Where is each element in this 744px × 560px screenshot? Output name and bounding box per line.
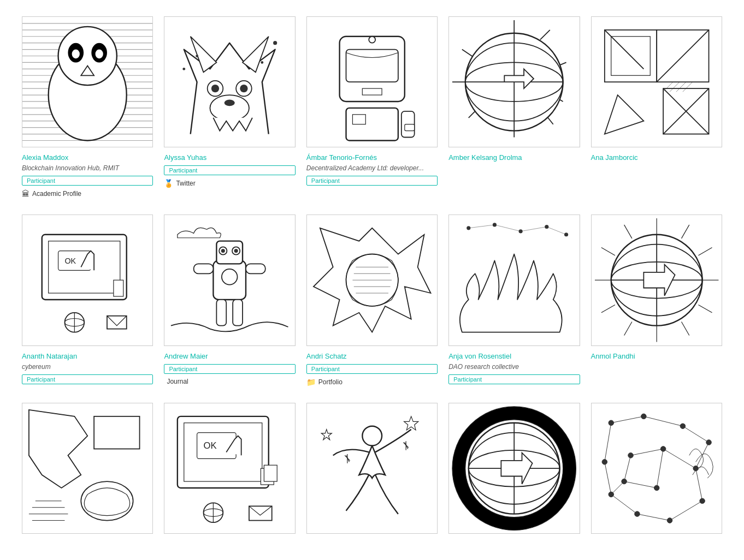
svg-rect-97 [194, 264, 214, 274]
svg-text:OK: OK [204, 440, 217, 451]
card-badge[interactable]: Participant [164, 364, 295, 374]
link-icon: 🏅 [164, 179, 173, 188]
card-badge[interactable]: Participant [22, 374, 153, 384]
card-ananth-natarajan: OK Ananth NatarajancybereumParticipant [22, 215, 153, 386]
card-name[interactable]: Alexia Maddox [22, 153, 153, 162]
svg-point-34 [210, 95, 250, 121]
svg-rect-156 [249, 506, 272, 520]
svg-point-180 [699, 498, 705, 504]
svg-point-21 [58, 27, 117, 85]
card-name[interactable]: Ananth Natarajan [22, 352, 153, 360]
card-image-anja-von-rosenstiel [448, 215, 580, 345]
card-name[interactable]: Andri Schatz [306, 352, 438, 360]
card-name[interactable]: Amber Kelsang Drolma [448, 153, 580, 162]
card-badge[interactable]: Participant [22, 176, 153, 186]
card-image-anmol-pandhi [591, 215, 722, 345]
card-ana-jamborcic: Ana Jamborcic [591, 16, 722, 198]
svg-rect-48 [405, 124, 415, 131]
card-link[interactable]: Journal [164, 378, 295, 385]
card-image-alexia-maddox [22, 16, 153, 147]
link-icon: 🏛 [22, 189, 29, 198]
svg-rect-88 [107, 316, 127, 329]
svg-rect-42 [346, 50, 398, 82]
card-andrew-maier: Andrew MaierParticipantJournal [164, 215, 295, 386]
card-anja-von-rosenstiel: Anja von RosenstielDAO research collecti… [448, 215, 580, 386]
card-image-ananth-natarajan: OK [22, 215, 153, 345]
svg-point-24 [72, 50, 80, 59]
svg-rect-47 [352, 115, 365, 124]
card-andri-schatz: Andri SchatzParticipant📁Portfolio [306, 215, 438, 386]
card-name[interactable]: Anmol Pandhi [591, 352, 722, 360]
card-card-11 [22, 403, 153, 537]
card-name[interactable]: Ámbar Tenorio-Fornés [306, 153, 438, 162]
card-name[interactable]: Alyssa Yuhas [164, 153, 295, 162]
card-alexia-maddox: Alexia MaddoxBlockchain Innovation Hub, … [22, 16, 153, 198]
svg-rect-99 [217, 300, 227, 326]
svg-point-35 [225, 99, 235, 106]
card-image-ambar-tenorio [306, 16, 438, 147]
card-image-ana-jamborcic [591, 16, 722, 147]
card-anmol-pandhi: Anmol Pandhi [591, 215, 722, 386]
card-link[interactable]: 🏛Academic Profile [22, 189, 153, 198]
svg-point-39 [183, 68, 186, 70]
svg-rect-44 [362, 88, 382, 95]
card-org: DAO research collective [448, 363, 580, 371]
svg-point-94 [221, 249, 225, 253]
card-badge[interactable]: Participant [306, 364, 438, 374]
svg-point-38 [273, 41, 277, 45]
card-card-13 [306, 403, 438, 537]
svg-point-25 [95, 50, 103, 59]
card-link[interactable]: 📁Portfolio [306, 378, 438, 386]
card-amber-kelsang: Amber Kelsang Drolma [448, 16, 580, 198]
svg-point-36 [196, 55, 199, 57]
svg-point-32 [211, 85, 219, 92]
card-image-card-13 [306, 403, 438, 534]
card-card-12: OK [164, 403, 295, 537]
card-link[interactable]: 🏅Twitter [164, 179, 295, 188]
svg-point-95 [234, 249, 238, 253]
svg-point-96 [222, 269, 238, 285]
card-image-amber-kelsang [448, 16, 580, 147]
svg-point-43 [369, 37, 375, 43]
svg-point-145 [81, 481, 133, 521]
card-image-alyssa-yuhas [164, 16, 295, 147]
card-name[interactable]: Anja von Rosenstiel [448, 352, 580, 360]
card-image-card-12: OK [164, 403, 295, 534]
card-image-andri-schatz [306, 215, 438, 345]
card-org: Decentralized Academy Ltd: developer... [306, 164, 438, 172]
card-org: cybereum [22, 363, 153, 371]
svg-text:OK: OK [64, 257, 76, 266]
svg-point-33 [240, 85, 248, 92]
svg-point-187 [654, 485, 659, 491]
svg-point-37 [261, 61, 264, 64]
link-icon: 📁 [306, 378, 316, 386]
svg-rect-84 [114, 281, 123, 297]
card-image-card-11 [22, 403, 153, 534]
svg-rect-138 [94, 416, 139, 449]
card-card-15 [591, 403, 722, 537]
svg-rect-100 [233, 300, 243, 326]
svg-rect-98 [246, 264, 265, 274]
card-image-andrew-maier [164, 215, 295, 345]
card-badge[interactable]: Participant [448, 374, 580, 384]
card-ambar-tenorio: Ámbar Tenorio-FornésDecentralized Academ… [306, 16, 438, 198]
card-alyssa-yuhas: Alyssa YuhasParticipant🏅Twitter [164, 16, 295, 198]
card-badge[interactable]: Participant [306, 176, 438, 186]
svg-point-113 [564, 233, 568, 237]
card-name[interactable]: Andrew Maier [164, 352, 295, 360]
card-badge[interactable]: Participant [164, 165, 295, 175]
card-image-card-15 [591, 403, 722, 534]
card-card-14 [448, 403, 580, 537]
card-name[interactable]: Ana Jamborcic [591, 153, 722, 162]
card-image-card-14 [448, 403, 580, 534]
card-org: Blockchain Innovation Hub, RMIT [22, 164, 153, 172]
svg-point-164 [362, 426, 382, 445]
svg-rect-152 [264, 465, 277, 481]
people-grid: Alexia MaddoxBlockchain Innovation Hub, … [22, 16, 722, 537]
